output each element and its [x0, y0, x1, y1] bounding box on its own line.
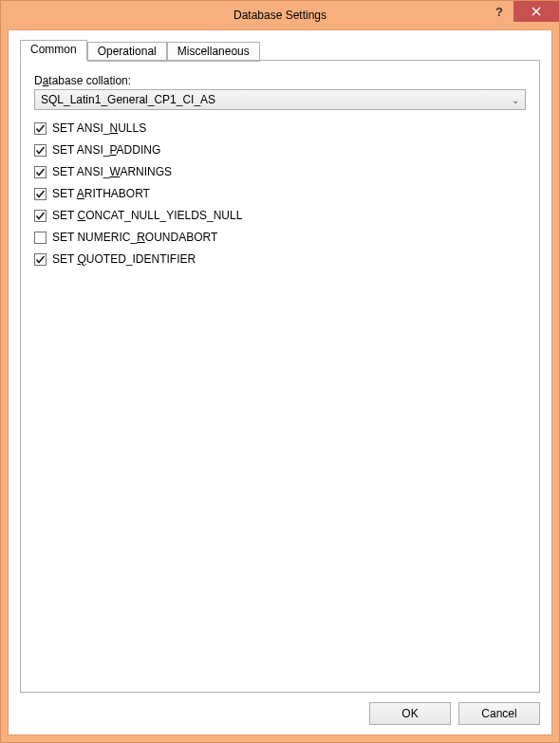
- option-checkbox[interactable]: [34, 210, 47, 222]
- check-icon: [35, 254, 46, 265]
- option-checkbox[interactable]: [34, 232, 47, 244]
- window-controls: ?: [485, 1, 559, 22]
- check-icon: [35, 211, 46, 221]
- option-row: SET ARITHABORT: [34, 187, 526, 200]
- option-label: SET NUMERIC_ROUNDABORT: [52, 231, 217, 244]
- option-label: SET CONCAT_NULL_YIELDS_NULL: [52, 209, 242, 222]
- button-label: OK: [401, 707, 418, 720]
- tab-common[interactable]: Common: [20, 40, 87, 61]
- option-label: SET ANSI_WARNINGS: [52, 165, 172, 178]
- option-row: SET NUMERIC_ROUNDABORT: [34, 231, 526, 244]
- tab-operational[interactable]: Operational: [87, 42, 167, 62]
- option-row: SET CONCAT_NULL_YIELDS_NULL: [34, 209, 526, 222]
- help-button[interactable]: ?: [485, 1, 513, 22]
- option-row: SET QUOTED_IDENTIFIER: [34, 252, 526, 266]
- check-icon: [35, 123, 46, 134]
- collation-value: SQL_Latin1_General_CP1_CI_AS: [41, 93, 510, 106]
- option-row: SET ANSI_PADDING: [34, 143, 526, 157]
- option-checkbox[interactable]: [34, 166, 47, 178]
- tab-label: Operational: [98, 45, 157, 58]
- option-label: SET QUOTED_IDENTIFIER: [52, 252, 196, 266]
- window-title: Database Settings: [1, 9, 559, 22]
- tab-miscellaneous[interactable]: Miscellaneous: [167, 42, 260, 62]
- option-label: SET ANSI_NULLS: [52, 121, 146, 135]
- tab-label: Miscellaneous: [177, 45, 250, 58]
- option-label: SET ANSI_PADDING: [52, 143, 160, 157]
- close-button[interactable]: [513, 1, 559, 22]
- cancel-button[interactable]: Cancel: [458, 702, 540, 725]
- button-label: Cancel: [481, 707, 516, 720]
- option-checkbox[interactable]: [34, 144, 47, 157]
- dialog-window: Database Settings ? Common Operational M…: [0, 0, 560, 743]
- option-row: SET ANSI_NULLS: [34, 121, 526, 135]
- collation-combobox[interactable]: SQL_Latin1_General_CP1_CI_AS ⌄: [34, 89, 526, 110]
- check-icon: [35, 145, 46, 156]
- close-icon: [532, 7, 541, 16]
- option-checkbox[interactable]: [34, 122, 47, 135]
- option-checkbox[interactable]: [34, 188, 47, 200]
- tab-strip: Common Operational Miscellaneous: [20, 40, 540, 61]
- client-area: Common Operational Miscellaneous Databas…: [8, 29, 552, 735]
- ok-button[interactable]: OK: [369, 702, 451, 725]
- options-list: SET ANSI_NULLSSET ANSI_PADDINGSET ANSI_W…: [34, 121, 526, 266]
- tab-baseline: [20, 60, 540, 61]
- option-checkbox[interactable]: [34, 253, 47, 266]
- tab-label: Common: [30, 43, 77, 56]
- check-icon: [35, 167, 46, 177]
- chevron-down-icon: ⌄: [510, 95, 521, 105]
- tab-page-common: Database collation: SQL_Latin1_General_C…: [20, 61, 540, 693]
- collation-label: Database collation:: [34, 74, 526, 87]
- option-row: SET ANSI_WARNINGS: [34, 165, 526, 178]
- title-bar: Database Settings ?: [1, 1, 559, 29]
- dialog-buttons: OK Cancel: [20, 702, 540, 725]
- option-label: SET ARITHABORT: [52, 187, 150, 200]
- check-icon: [35, 189, 46, 199]
